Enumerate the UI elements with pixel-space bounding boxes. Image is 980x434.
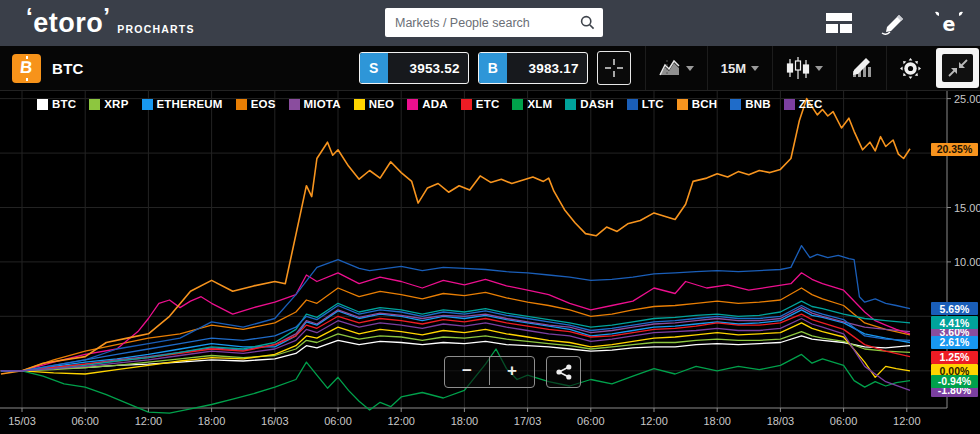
y-tick-label: 15.00% [954, 202, 980, 214]
indicator-draw-icon [850, 58, 873, 78]
legend-item-eos[interactable]: EOS [236, 98, 276, 110]
legend-swatch [37, 99, 48, 110]
chart-toolbar: B BTC S 3953.52 B 3983.17 15M [0, 46, 980, 91]
x-tick-label: 12:00 [135, 415, 163, 427]
sell-price: 3953.52 [388, 53, 468, 83]
legend-label: XRP [104, 98, 128, 110]
share-icon [556, 364, 572, 380]
chart-type-button[interactable] [645, 46, 707, 90]
legend-swatch [289, 99, 300, 110]
price-badge: 4.41% [931, 316, 978, 329]
legend-label: EOS [251, 98, 276, 110]
legend-label: ETHEREUM [157, 98, 223, 110]
legend-swatch [784, 99, 795, 110]
etoro-logo[interactable]: ‘etoro’ PROCHARTS [26, 10, 195, 37]
legend-label: ZEC [799, 98, 823, 110]
bitcoin-symbol: B [19, 58, 33, 78]
share-button[interactable] [546, 356, 581, 388]
price-badge: 1.25% [931, 351, 978, 364]
legend-swatch [512, 99, 523, 110]
market-search[interactable] [385, 8, 603, 37]
buy-price: 3983.17 [507, 53, 587, 83]
search-icon[interactable] [580, 15, 595, 30]
legend-item-xrp[interactable]: XRP [89, 98, 128, 110]
series-line-ltc [1, 246, 910, 371]
collapse-icon [942, 54, 973, 82]
etoro-logo-text: ‘etoro’ [26, 10, 110, 37]
candlestick-button[interactable] [772, 46, 836, 90]
x-tick-label: 18:00 [198, 415, 226, 427]
top-bar: ‘etoro’ PROCHARTS e [0, 0, 980, 46]
legend-item-xlm[interactable]: XLM [512, 98, 552, 110]
logo-right-horn: ’ [103, 3, 110, 30]
chart-type-icon [659, 59, 681, 77]
chart-zoom-controls: − + [444, 356, 581, 388]
legend-item-bnb[interactable]: BNB [730, 98, 771, 110]
gear-icon [900, 58, 921, 79]
sell-button[interactable]: S 3953.52 [359, 52, 469, 84]
x-tick-label: 12:00 [640, 415, 668, 427]
settings-button[interactable] [886, 46, 934, 90]
zoom-in-button[interactable]: + [490, 357, 534, 385]
x-tick-label: 12:00 [387, 415, 415, 427]
legend-label: NEO [369, 98, 395, 110]
candlestick-icon [786, 57, 810, 79]
legend-item-bch[interactable]: BCH [677, 98, 718, 110]
svg-text:e: e [943, 13, 956, 35]
legend-item-etc[interactable]: ETC [461, 98, 500, 110]
legend-label: BTC [52, 98, 76, 110]
legend-label: BNB [745, 98, 771, 110]
chevron-down-icon [751, 66, 759, 71]
search-input[interactable] [385, 16, 580, 30]
price-badge: 5.69% [931, 302, 978, 315]
timeframe-button[interactable]: 15M [707, 46, 772, 90]
legend-swatch [89, 99, 100, 110]
legend-item-btc[interactable]: BTC [37, 98, 76, 110]
crosshair-button[interactable] [597, 51, 631, 85]
legend-item-miota[interactable]: MIOTA [289, 98, 341, 110]
chart-section: 15/0306:0012:0018:0016/0306:0012:0018:00… [0, 91, 980, 434]
legend-item-neo[interactable]: NEO [354, 98, 395, 110]
price-badge: 2.61% [931, 336, 978, 349]
x-tick-label: 16/03 [261, 415, 289, 427]
logo-left-horn: ‘ [26, 3, 33, 30]
zoom-out-button[interactable]: − [445, 357, 490, 385]
legend-item-zec[interactable]: ZEC [784, 98, 823, 110]
x-tick-label: 06:00 [324, 415, 352, 427]
x-tick-label: 17/03 [514, 415, 542, 427]
etoro-bull-icon[interactable]: e [934, 10, 964, 36]
legend-label: XLM [527, 98, 552, 110]
legend-swatch [236, 99, 247, 110]
legend-label: BCH [692, 98, 718, 110]
layout-icon[interactable] [826, 13, 852, 33]
procharts-label: PROCHARTS [117, 23, 194, 35]
legend-swatch [627, 99, 638, 110]
buy-button[interactable]: B 3983.17 [478, 52, 588, 84]
legend-item-ethereum[interactable]: ETHEREUM [142, 98, 223, 110]
draw-pencil-icon[interactable] [880, 11, 906, 35]
x-tick-label: 15/03 [8, 415, 36, 427]
indicator-draw-button[interactable] [836, 46, 886, 90]
collapse-button[interactable] [936, 48, 979, 88]
chevron-down-icon [686, 66, 694, 71]
legend-swatch [407, 99, 418, 110]
legend-swatch [461, 99, 472, 110]
legend-swatch [677, 99, 688, 110]
legend-label: ADA [422, 98, 448, 110]
x-tick-label: 12:00 [893, 415, 921, 427]
y-tick-label: 10.00% [954, 256, 980, 268]
legend-item-dash[interactable]: DASH [565, 98, 613, 110]
legend-item-ltc[interactable]: LTC [627, 98, 664, 110]
chart-tools: 15M [645, 46, 980, 90]
crosshair-icon [605, 59, 623, 77]
price-badge: -0.94% [931, 375, 978, 388]
legend-swatch [730, 99, 741, 110]
price-badge: 20.35% [931, 143, 978, 156]
x-tick-label: 18/03 [767, 415, 795, 427]
legend-label: ETC [476, 98, 500, 110]
x-tick-label: 18:00 [451, 415, 479, 427]
legend-label: MIOTA [304, 98, 341, 110]
sell-side-label: S [360, 53, 388, 83]
symbol-label: BTC [52, 60, 84, 77]
legend-item-ada[interactable]: ADA [407, 98, 448, 110]
